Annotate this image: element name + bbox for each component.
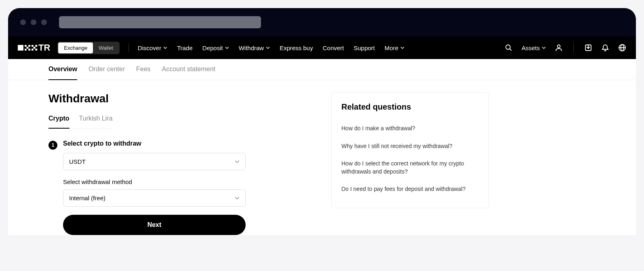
sub-nav-overview[interactable]: Overview <box>48 59 77 80</box>
svg-rect-3 <box>25 49 27 51</box>
nav-separator <box>573 43 574 52</box>
withdrawal-type-tabs: Crypto Turkish Lira <box>48 115 113 129</box>
sub-nav-account-statement[interactable]: Account statement <box>162 59 216 80</box>
mode-wallet[interactable]: Wallet <box>93 42 119 53</box>
tab-crypto[interactable]: Crypto <box>48 115 69 129</box>
faq-link[interactable]: Why have I still not received my withdra… <box>341 138 479 155</box>
browser-window: TR Exchange Wallet Discover Trade Deposi… <box>8 8 636 235</box>
nav-express-buy[interactable]: Express buy <box>280 44 313 51</box>
nav-more[interactable]: More <box>385 44 404 51</box>
svg-rect-6 <box>35 45 37 47</box>
nav-separator <box>128 43 129 52</box>
browser-chrome <box>8 8 636 36</box>
svg-point-12 <box>558 45 560 48</box>
address-bar[interactable] <box>59 16 261 28</box>
svg-rect-0 <box>25 45 27 47</box>
svg-rect-9 <box>35 49 37 51</box>
sub-nav-order-center[interactable]: Order center <box>88 59 125 80</box>
top-nav: TR Exchange Wallet Discover Trade Deposi… <box>8 36 636 59</box>
svg-rect-8 <box>32 49 34 51</box>
chevron-down-icon <box>163 47 167 49</box>
svg-rect-2 <box>27 47 29 49</box>
chevron-down-icon <box>266 47 270 49</box>
related-questions-panel: Related questions How do I make a withdr… <box>331 92 489 208</box>
chevron-down-icon <box>235 160 240 163</box>
svg-rect-5 <box>32 45 34 47</box>
step-title: Select crypto to withdraw <box>63 140 315 147</box>
nav-deposit[interactable]: Deposit <box>202 44 229 51</box>
logo-icon <box>18 45 37 51</box>
bell-icon[interactable] <box>601 44 609 52</box>
page-title: Withdrawal <box>48 92 315 105</box>
method-label: Select withdrawal method <box>63 178 315 185</box>
nav-withdraw[interactable]: Withdraw <box>239 44 270 51</box>
svg-point-10 <box>506 45 510 49</box>
traffic-maximize[interactable] <box>41 19 47 25</box>
chevron-down-icon <box>400 47 404 49</box>
nav-discover[interactable]: Discover <box>138 44 167 51</box>
svg-rect-7 <box>34 47 36 49</box>
svg-rect-4 <box>28 49 30 51</box>
sub-nav: Overview Order center Fees Account state… <box>8 59 636 80</box>
nav-support[interactable]: Support <box>354 44 375 51</box>
traffic-minimize[interactable] <box>31 19 36 25</box>
faq-link[interactable]: How do I make a withdrawal? <box>341 120 479 138</box>
crypto-select[interactable]: USDT <box>63 153 246 170</box>
traffic-close[interactable] <box>20 19 26 25</box>
globe-icon[interactable] <box>618 44 626 52</box>
search-icon[interactable] <box>505 44 513 52</box>
user-icon[interactable] <box>555 44 563 52</box>
chevron-down-icon <box>542 47 546 49</box>
step-number-badge: 1 <box>48 141 57 150</box>
sub-nav-fees[interactable]: Fees <box>136 59 151 80</box>
faq-link[interactable]: How do I select the correct network for … <box>341 155 479 180</box>
nav-convert[interactable]: Convert <box>323 44 344 51</box>
next-button[interactable]: Next <box>63 215 246 235</box>
logo-text: TR <box>38 42 50 53</box>
method-select-value: Internal (free) <box>69 195 105 201</box>
faq-link[interactable]: Do I need to pay fees for deposit and wi… <box>341 180 479 198</box>
download-icon[interactable] <box>584 44 592 52</box>
svg-rect-1 <box>28 45 30 47</box>
crypto-select-value: USDT <box>69 158 86 165</box>
svg-line-11 <box>510 49 511 51</box>
method-select[interactable]: Internal (free) <box>63 189 246 207</box>
mode-toggle: Exchange Wallet <box>57 42 119 54</box>
traffic-lights <box>20 19 47 25</box>
chevron-down-icon <box>235 197 240 199</box>
mode-exchange[interactable]: Exchange <box>58 42 93 53</box>
tab-turkish-lira[interactable]: Turkish Lira <box>79 115 113 129</box>
logo[interactable]: TR <box>18 42 50 53</box>
nav-trade[interactable]: Trade <box>177 44 193 51</box>
nav-assets[interactable]: Assets <box>522 44 546 51</box>
chevron-down-icon <box>225 47 229 49</box>
sidebar-title: Related questions <box>341 102 479 112</box>
